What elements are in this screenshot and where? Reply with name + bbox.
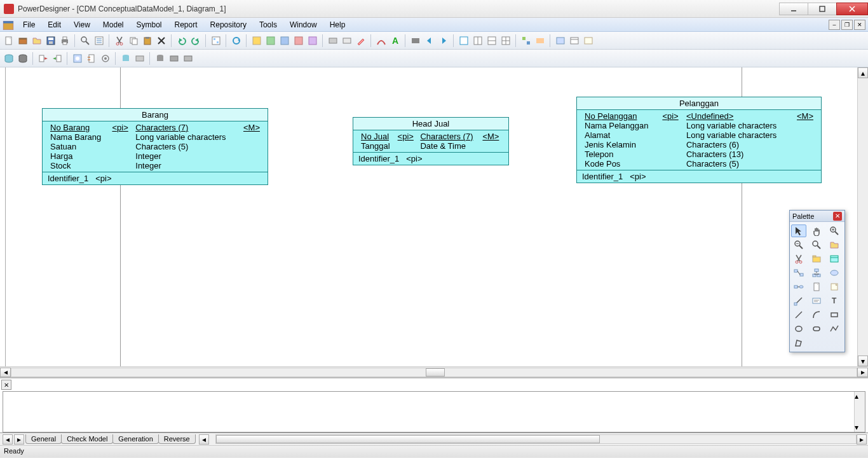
rectangle-tool[interactable] [827, 308, 842, 321]
menu-file[interactable]: File [17, 18, 41, 31]
association-tool[interactable] [827, 266, 842, 279]
tool-l[interactable] [554, 34, 567, 47]
undo-button[interactable] [175, 34, 188, 47]
canvas-hscroll[interactable]: ◂ ▸ [0, 366, 868, 377]
arrow-right-icon[interactable] [437, 34, 450, 47]
diagram-button[interactable] [210, 34, 222, 47]
mdi-restore-button[interactable]: ❐ [841, 20, 853, 30]
output-vscroll[interactable]: ▴▾ [854, 392, 865, 432]
menu-repository[interactable]: Repository [204, 18, 253, 31]
menu-help[interactable]: Help [323, 18, 352, 31]
view-2[interactable] [471, 34, 484, 47]
output-hscroll-left[interactable]: ◂ [199, 434, 209, 445]
menu-model[interactable]: Model [97, 18, 130, 31]
tab-generation[interactable]: Generation [112, 434, 158, 444]
link2-tool[interactable] [791, 294, 806, 307]
delete-tool[interactable] [791, 252, 806, 265]
line-tool[interactable] [791, 308, 806, 321]
package-tool[interactable] [809, 252, 824, 265]
ellipse-tool[interactable] [791, 322, 806, 335]
arrow-left-icon[interactable] [423, 34, 436, 47]
zoom-in-tool[interactable] [827, 225, 842, 237]
tool-h[interactable] [375, 34, 388, 47]
find-button[interactable] [79, 34, 92, 47]
relationship-tool[interactable] [791, 266, 806, 279]
cut-button[interactable] [113, 34, 126, 47]
rounded-rect-tool[interactable] [809, 322, 824, 335]
arc-tool[interactable] [809, 308, 824, 321]
scroll-right-button[interactable]: ▸ [857, 368, 868, 377]
palette-window[interactable]: Palette ✕ T [789, 210, 845, 352]
gen-7[interactable] [133, 52, 146, 65]
tool-j[interactable] [520, 34, 532, 47]
mdi-minimize-button[interactable]: – [829, 20, 840, 30]
polyline-tool[interactable] [827, 322, 842, 335]
refresh-button[interactable] [230, 34, 243, 47]
scroll-up-button[interactable]: ▴ [858, 67, 868, 78]
menu-symbol[interactable]: Symbol [130, 18, 168, 31]
gen-10[interactable] [182, 52, 194, 65]
output-hscroll-thumb[interactable] [216, 435, 600, 443]
tool-d[interactable] [292, 34, 305, 47]
link-tool[interactable] [791, 280, 806, 293]
file-tool[interactable] [809, 280, 824, 293]
tool-a[interactable] [250, 34, 263, 47]
gen-6[interactable] [119, 52, 132, 65]
menu-report[interactable]: Report [168, 18, 204, 31]
output-hscroll-track[interactable] [215, 434, 857, 444]
tool-n[interactable] [582, 34, 595, 47]
hscroll-track[interactable] [11, 368, 857, 377]
gen-3[interactable] [71, 52, 84, 65]
copy-button[interactable] [127, 34, 140, 47]
open-button[interactable] [31, 34, 43, 47]
view-4[interactable] [499, 34, 512, 47]
tool-b[interactable] [264, 34, 277, 47]
menu-window[interactable]: Window [283, 18, 323, 31]
project-button[interactable] [17, 34, 29, 47]
print-button[interactable] [58, 34, 71, 47]
tool-c[interactable] [278, 34, 291, 47]
db-dark-icon[interactable] [17, 52, 29, 65]
tool-g[interactable] [341, 34, 353, 47]
entity-tool[interactable] [827, 252, 842, 265]
text-tool-icon[interactable]: A [389, 34, 402, 47]
view-1[interactable] [458, 34, 470, 47]
tab-scroll-left[interactable]: ◂ [3, 434, 13, 445]
zoom-fit-tool[interactable] [809, 238, 824, 251]
tool-m[interactable] [568, 34, 581, 47]
tool-f[interactable] [327, 34, 339, 47]
view-3[interactable] [485, 34, 498, 47]
tab-checkmodel[interactable]: Check Model [61, 434, 113, 444]
tool-i[interactable] [409, 34, 422, 47]
pen-icon[interactable] [355, 34, 367, 47]
scroll-left-button[interactable]: ◂ [0, 368, 11, 377]
gen-2[interactable] [51, 52, 64, 65]
polygon-tool[interactable] [791, 336, 806, 349]
tab-general[interactable]: General [25, 434, 62, 444]
gen-4[interactable] [85, 52, 98, 65]
tab-scroll-right[interactable]: ▸ [14, 434, 24, 445]
delete-button[interactable] [155, 34, 168, 47]
save-button[interactable] [44, 34, 57, 47]
properties-button[interactable] [93, 34, 105, 47]
canvas-vscroll[interactable]: ▴ ▾ [857, 67, 868, 366]
entity-headjual[interactable]: Head Jual No Jual<pi>Characters (7)<M> T… [353, 117, 509, 165]
scroll-down-button[interactable]: ▾ [858, 356, 868, 366]
menu-view[interactable]: View [67, 18, 97, 31]
hscroll-thumb[interactable] [426, 368, 445, 377]
diagram-canvas[interactable]: Barang No Barang<pi>Characters (7)<M> Na… [0, 67, 868, 366]
gen-1[interactable] [37, 52, 50, 65]
menu-edit[interactable]: Edit [41, 18, 67, 31]
menu-tools[interactable]: Tools [253, 18, 283, 31]
open-diagram-tool[interactable] [827, 238, 842, 251]
inheritance-tool[interactable] [809, 266, 824, 279]
redo-button[interactable] [189, 34, 202, 47]
vscroll-track[interactable] [858, 78, 868, 356]
window-close-button[interactable] [836, 3, 868, 15]
window-minimize-button[interactable] [779, 3, 808, 15]
tool-e[interactable] [306, 34, 319, 47]
entity-pelanggan[interactable]: Pelanggan No Pelanggan<pi><Undefined><M>… [576, 97, 822, 183]
output-close-button[interactable]: ✕ [1, 380, 11, 390]
entity-barang[interactable]: Barang No Barang<pi>Characters (7)<M> Na… [42, 108, 268, 185]
paste-button[interactable] [141, 34, 154, 47]
